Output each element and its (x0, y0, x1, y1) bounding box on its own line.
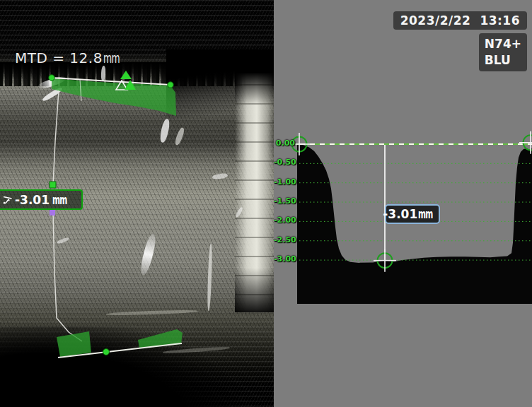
cursor-dot-purple[interactable] (50, 210, 55, 216)
mtd-value: MTD = 12.8 (15, 49, 103, 66)
bottom-line-midpoint-cursor[interactable] (103, 349, 110, 355)
reference-endpoint-cursor[interactable] (49, 75, 54, 81)
y-axis-tick-label: 0.00 (274, 138, 295, 148)
profile-pane: 2023/2/22 13:16 N74+ BLU 0.00-0.50-1.00-… (274, 0, 532, 407)
y-axis-tick-label: -2.00 (274, 216, 295, 225)
depth-tag-value: -3.01 (15, 193, 50, 207)
mtd-label: MTD = 12.8mm (15, 49, 129, 66)
depth-measure-icon (2, 194, 13, 205)
surface-patch (57, 331, 91, 357)
probe-type-text: N74+ (485, 36, 521, 52)
probe-badge: N74+ BLU (479, 33, 527, 71)
cursor-square-green[interactable] (50, 182, 56, 188)
date-text: 2023/2/22 (400, 13, 471, 28)
y-axis-tick-label: -2.50 (274, 235, 295, 244)
profile-area-fill (297, 144, 532, 304)
depth-tag-unit: mm (52, 193, 67, 207)
measurement-unit: mm (418, 207, 433, 221)
y-axis-tick-label: -0.50 (274, 158, 295, 167)
reference-endpoint-cursor[interactable] (168, 82, 173, 88)
measure-polyline (53, 90, 59, 185)
videoscope-screen: MTD = 12.8mm -3.01mm 2023/2/22 13:16 N74… (0, 0, 532, 407)
camera-view: MTD = 12.8mm -3.01mm (0, 0, 274, 407)
measurement-value: -3.01 (383, 207, 417, 221)
datetime-badge: 2023/2/22 13:16 (393, 11, 527, 30)
y-axis-tick-label: -3.00 (274, 254, 295, 264)
active-cursor-triangle[interactable] (120, 71, 132, 79)
y-axis-tick-label: -1.00 (274, 177, 295, 187)
time-text: 13:16 (480, 13, 520, 28)
adapter-text: BLU (485, 52, 521, 69)
depth-measurement-tag: -3.01mm (0, 189, 83, 210)
measure-polyline (53, 212, 82, 341)
measurement-label: -3.01mm (385, 204, 440, 224)
mtd-unit: mm (103, 49, 120, 66)
y-axis-tick-label: -1.50 (274, 196, 295, 206)
